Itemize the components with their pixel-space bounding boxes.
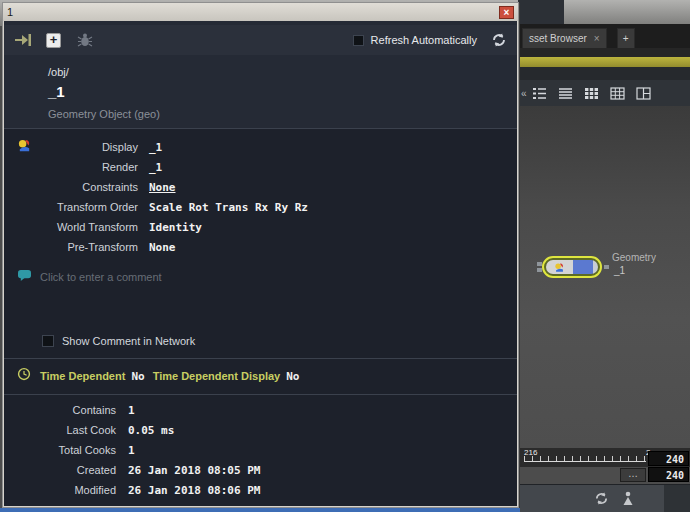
recook-icon[interactable] [594, 491, 609, 506]
refresh-checkbox[interactable] [353, 35, 364, 46]
info-row: World Transform Identity [4, 217, 517, 237]
time-dependent-row: Time DependentNoTime Dependent DisplayNo [40, 370, 307, 383]
houdini-screen: sset Browser × + ‹‹ [0, 0, 690, 512]
stat-label: Total Cooks [4, 444, 116, 456]
stat-label: Modified [4, 484, 116, 496]
transform-info: Display _1 Render _1 Constraints None Tr… [4, 137, 517, 257]
time-dependent-display-value: No [286, 370, 299, 383]
field-value: _1 [149, 141, 162, 154]
refresh-checkbox-label: Refresh Automatically [371, 34, 477, 46]
overflow-button[interactable]: … [620, 468, 646, 482]
back-chevrons-icon[interactable]: ‹‹ [521, 88, 526, 99]
corner-block [664, 485, 690, 512]
stat-value: 26 Jan 2018 08:06 PM [128, 484, 260, 497]
plus-icon: + [623, 33, 629, 44]
info-toolbar: + Refresh Automatically [4, 25, 517, 55]
clock-icon [17, 367, 31, 383]
show-comment-label: Show Comment in Network [62, 335, 195, 347]
stat-label: Created [4, 464, 116, 476]
node-body[interactable] [542, 256, 602, 278]
field-value: None [149, 241, 176, 254]
time-dependent-display-label: Time Dependent Display [153, 370, 281, 382]
stat-row: Last Cook 0.05 ms [4, 420, 517, 440]
stat-value: 1 [128, 404, 135, 417]
node-path: /obj/ [48, 66, 69, 78]
stat-label: Last Cook [4, 424, 116, 436]
node-info-window: 1 × + Refresh Automatically /obj/ [2, 2, 519, 508]
info-row: Transform Order Scale Rot Trans Rx Ry Rz [4, 197, 517, 217]
shelf-strip [518, 57, 690, 67]
split-pane-icon[interactable] [636, 87, 651, 100]
node-display-flag[interactable] [573, 260, 593, 274]
pane-tabbar: sset Browser × + [518, 24, 690, 48]
info-row: Display _1 [4, 137, 517, 157]
refresh-icon[interactable] [491, 32, 507, 48]
small-grid-view-icon[interactable] [610, 87, 625, 100]
network-editor[interactable]: Geometry _1 [518, 106, 690, 448]
stat-label: Contains [4, 404, 116, 416]
node-name-heading: _1 [48, 83, 65, 100]
node-type-label: Geometry [612, 252, 656, 263]
field-label: Transform Order [4, 201, 138, 213]
info-row: Constraints None [4, 177, 517, 197]
show-comment-row: Show Comment in Network [42, 335, 195, 347]
stat-value: 0.05 ms [128, 424, 174, 437]
node-icon-area [546, 260, 573, 274]
divider [4, 394, 517, 395]
geometry-icon [554, 262, 565, 273]
grid-view-icon[interactable] [584, 87, 599, 100]
field-label: World Transform [4, 221, 138, 233]
pin-icon[interactable] [14, 33, 32, 47]
window-titlebar[interactable]: 1 × [3, 3, 518, 21]
node-type-subtitle: Geometry Object (geo) [48, 108, 160, 120]
close-button[interactable]: × [499, 6, 514, 19]
status-bar [518, 484, 690, 512]
comment-input[interactable]: Click to enter a comment [40, 271, 162, 283]
tab-label: sset Browser [529, 33, 587, 44]
field-label: Pre-Transform [4, 241, 138, 253]
user-icon[interactable] [622, 491, 634, 506]
list-view-icon[interactable] [558, 87, 573, 100]
field-value: _1 [149, 161, 162, 174]
new-tab-button[interactable]: + [617, 28, 635, 48]
constraints-link[interactable]: None [149, 181, 176, 194]
tab-close-icon[interactable]: × [594, 33, 600, 44]
time-dependent-label: Time Dependent [40, 370, 125, 382]
field-label: Render [4, 161, 138, 173]
node-name-label: _1 [614, 265, 625, 276]
stat-row: Created 26 Jan 2018 08:05 PM [4, 460, 517, 480]
frame-end-field[interactable]: 240 [648, 451, 689, 466]
divider [4, 128, 517, 129]
tree-view-icon[interactable] [532, 87, 547, 100]
divider [4, 358, 517, 359]
bug-icon[interactable] [77, 33, 93, 47]
cook-stats: Contains 1 Last Cook 0.05 ms Total Cooks… [4, 400, 517, 500]
info-body: + Refresh Automatically /obj/ _1 Geometr… [4, 21, 517, 506]
window-title: 1 [7, 6, 499, 18]
node-cap [593, 260, 598, 274]
tab-asset-browser[interactable]: sset Browser × [522, 28, 607, 48]
field-label: Constraints [4, 181, 138, 193]
stat-row: Total Cooks 1 [4, 440, 517, 460]
current-frame-field[interactable]: 240 [648, 467, 689, 482]
pane-divider [518, 48, 690, 57]
info-row: Render _1 [4, 157, 517, 177]
pane-gap [518, 67, 690, 80]
stat-row: Modified 26 Jan 2018 08:06 PM [4, 480, 517, 500]
stat-value: 26 Jan 2018 08:05 PM [128, 464, 260, 477]
field-value: Scale Rot Trans Rx Ry Rz [149, 201, 308, 214]
window-edge [0, 508, 520, 512]
node-tile [546, 260, 598, 274]
add-button[interactable]: + [46, 33, 61, 48]
timeline-ticks [524, 456, 646, 462]
node-output-connector[interactable] [604, 265, 609, 269]
comment-icon [17, 269, 32, 284]
field-label: Display [4, 141, 138, 153]
network-toolbar: ‹‹ [518, 80, 690, 106]
stat-row: Contains 1 [4, 400, 517, 420]
time-dependent-value: No [131, 370, 144, 383]
geometry-node[interactable] [534, 252, 684, 286]
show-comment-checkbox[interactable] [42, 335, 54, 347]
info-row: Pre-Transform None [4, 237, 517, 257]
field-value: Identity [149, 221, 202, 234]
